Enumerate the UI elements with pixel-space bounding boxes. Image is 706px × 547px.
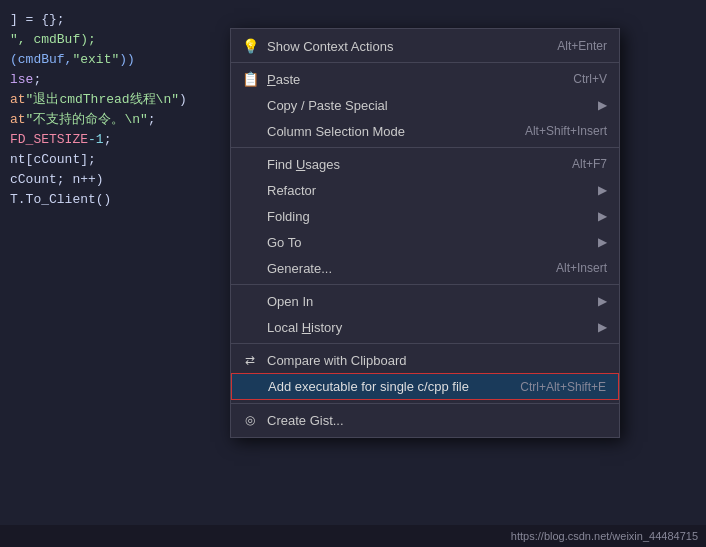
- menu-label-compare-clipboard: Compare with Clipboard: [267, 353, 607, 368]
- compare-icon: ⇄: [241, 351, 259, 369]
- menu-label-folding: Folding: [267, 209, 590, 224]
- shortcut-add-executable: Ctrl+Alt+Shift+E: [520, 380, 606, 394]
- menu-label-open-in: Open In: [267, 294, 590, 309]
- menu-label-create-gist: Create Gist...: [267, 413, 607, 428]
- menu-label-local-history: Local History: [267, 320, 590, 335]
- shortcut-column-selection: Alt+Shift+Insert: [525, 124, 607, 138]
- menu-label-refactor: Refactor: [267, 183, 590, 198]
- menu-item-refactor[interactable]: Refactor ▶: [231, 177, 619, 203]
- arrow-refactor: ▶: [598, 183, 607, 197]
- menu-label-show-context-actions: Show Context Actions: [267, 39, 537, 54]
- menu-label-go-to: Go To: [267, 235, 590, 250]
- status-bar: https://blog.csdn.net/weixin_44484715: [0, 525, 706, 547]
- shortcut-generate: Alt+Insert: [556, 261, 607, 275]
- divider-3: [231, 284, 619, 285]
- menu-label-copy-paste-special: Copy / Paste Special: [267, 98, 590, 113]
- divider-5: [231, 403, 619, 404]
- divider-4: [231, 343, 619, 344]
- menu-label-find-usages: Find Usages: [267, 157, 552, 172]
- divider-2: [231, 147, 619, 148]
- menu-item-go-to[interactable]: Go To ▶: [231, 229, 619, 255]
- paste-icon: 📋: [241, 70, 259, 88]
- menu-item-folding[interactable]: Folding ▶: [231, 203, 619, 229]
- menu-item-show-context-actions[interactable]: 💡 Show Context Actions Alt+Enter: [231, 33, 619, 59]
- gist-icon: ◎: [241, 411, 259, 429]
- shortcut-find-usages: Alt+F7: [572, 157, 607, 171]
- arrow-local-history: ▶: [598, 320, 607, 334]
- menu-item-find-usages[interactable]: Find Usages Alt+F7: [231, 151, 619, 177]
- menu-item-add-executable[interactable]: Add executable for single c/cpp file Ctr…: [231, 373, 619, 400]
- menu-item-generate[interactable]: Generate... Alt+Insert: [231, 255, 619, 281]
- menu-item-column-selection[interactable]: Column Selection Mode Alt+Shift+Insert: [231, 118, 619, 144]
- menu-item-compare-clipboard[interactable]: ⇄ Compare with Clipboard: [231, 347, 619, 373]
- menu-item-open-in[interactable]: Open In ▶: [231, 288, 619, 314]
- arrow-open-in: ▶: [598, 294, 607, 308]
- menu-item-paste[interactable]: 📋 Paste Ctrl+V: [231, 66, 619, 92]
- menu-label-generate: Generate...: [267, 261, 536, 276]
- menu-label-paste: Paste: [267, 72, 553, 87]
- arrow-copy-paste-special: ▶: [598, 98, 607, 112]
- shortcut-show-context-actions: Alt+Enter: [557, 39, 607, 53]
- status-url: https://blog.csdn.net/weixin_44484715: [511, 530, 698, 542]
- divider-1: [231, 62, 619, 63]
- menu-label-column-selection: Column Selection Mode: [267, 124, 505, 139]
- lightbulb-icon: 💡: [241, 37, 259, 55]
- code-area: ] = {}; ", cmdBuf); (cmdBuf, "exit")) ls…: [0, 0, 197, 220]
- arrow-folding: ▶: [598, 209, 607, 223]
- shortcut-paste: Ctrl+V: [573, 72, 607, 86]
- menu-label-add-executable: Add executable for single c/cpp file: [268, 379, 500, 394]
- menu-item-copy-paste-special[interactable]: Copy / Paste Special ▶: [231, 92, 619, 118]
- arrow-go-to: ▶: [598, 235, 607, 249]
- menu-item-create-gist[interactable]: ◎ Create Gist...: [231, 407, 619, 433]
- context-menu: 💡 Show Context Actions Alt+Enter 📋 Paste…: [230, 28, 620, 438]
- menu-item-local-history[interactable]: Local History ▶: [231, 314, 619, 340]
